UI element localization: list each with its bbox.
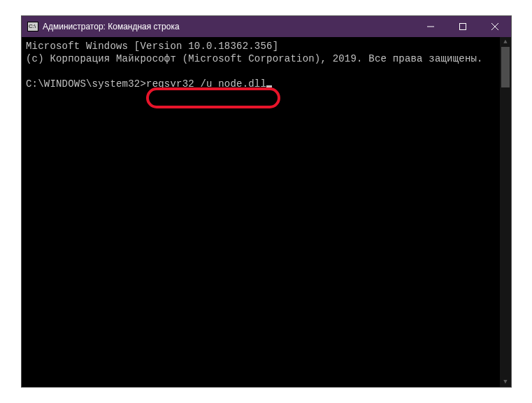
minimize-button[interactable]: [415, 16, 447, 37]
scroll-up-icon[interactable]: ▲: [500, 37, 511, 47]
titlebar-left: C:\ Администратор: Командная строка: [22, 22, 180, 31]
text-cursor: [266, 85, 272, 87]
output-line: (c) Корпорация Майкрософт (Microsoft Cor…: [26, 53, 483, 64]
scroll-down-icon[interactable]: ▼: [500, 377, 511, 387]
output-line: Microsoft Windows [Version 10.0.18362.35…: [26, 41, 278, 52]
scroll-thumb[interactable]: [501, 47, 510, 87]
console-area: Microsoft Windows [Version 10.0.18362.35…: [22, 37, 511, 387]
prompt: C:\WINDOWS\system32>: [26, 78, 146, 90]
vertical-scrollbar[interactable]: ▲ ▼: [500, 37, 511, 387]
svg-rect-1: [460, 24, 466, 30]
command-input[interactable]: regsvr32 /u node.dll: [146, 78, 266, 90]
maximize-button[interactable]: [447, 16, 479, 37]
titlebar[interactable]: C:\ Администратор: Командная строка: [22, 16, 511, 37]
console-output[interactable]: Microsoft Windows [Version 10.0.18362.35…: [22, 37, 500, 387]
cmd-icon: C:\: [27, 22, 38, 31]
window-title: Администратор: Командная строка: [43, 22, 180, 31]
close-button[interactable]: [479, 16, 511, 37]
titlebar-buttons: [415, 16, 511, 37]
command-prompt-window: C:\ Администратор: Командная строка Micr…: [21, 15, 512, 388]
